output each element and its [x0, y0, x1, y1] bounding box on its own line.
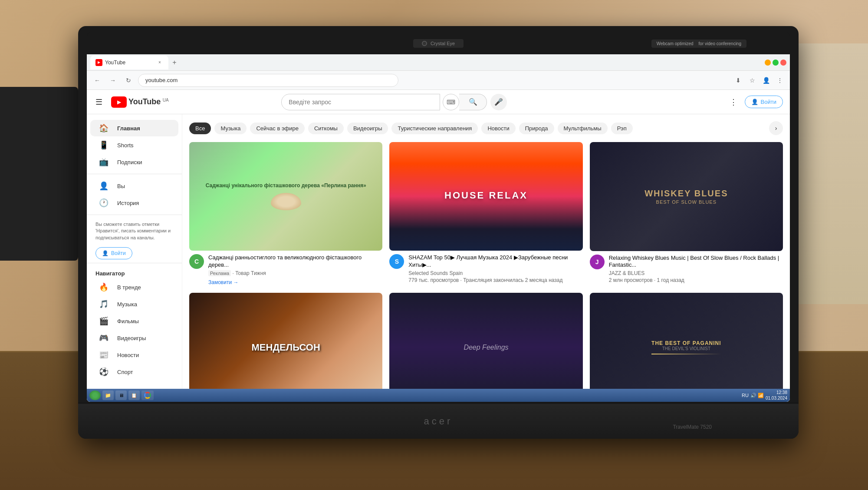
- you-icon: 👤: [99, 181, 108, 191]
- channel-avatar-2: S: [389, 254, 404, 269]
- close-window-button[interactable]: [780, 60, 786, 66]
- video-action-1[interactable]: Замовити →: [208, 278, 382, 286]
- video-card-5[interactable]: Deep Feelings D Deep Feelings Mix [2023]…: [389, 293, 582, 402]
- webcam-optimized-text: Webcam optimized: [657, 41, 694, 46]
- search-input[interactable]: [281, 94, 440, 110]
- webcam-optimized: Webcam optimized for video conferencing: [651, 40, 746, 48]
- sidebar-item-news[interactable]: 📰 Новости: [90, 347, 178, 363]
- video-grid: Саджанці унікального фісташкового дерева…: [189, 142, 783, 402]
- video-card-6[interactable]: The Best of PAGANINI THE DEVIL'S VIOLINI…: [590, 293, 783, 402]
- filter-chip-sitcoms[interactable]: Ситкомы: [308, 122, 344, 134]
- filter-next-button[interactable]: ›: [769, 121, 783, 135]
- webcam-bar: Crystal Eye Webcam optimized for video c…: [87, 33, 790, 54]
- filter-chip-news[interactable]: Новости: [481, 122, 515, 134]
- sign-in-button[interactable]: 👤 Войти: [745, 96, 783, 108]
- sidebar-news-label: Новости: [117, 352, 139, 358]
- search-button[interactable]: 🔍: [459, 94, 487, 110]
- sidebar-item-you[interactable]: 👤 Вы: [90, 178, 178, 194]
- zamovity-link[interactable]: Замовити →: [208, 279, 238, 285]
- taskbar-apps[interactable]: 📋: [128, 391, 140, 400]
- sidebar-item-history[interactable]: 🕐 История: [90, 195, 178, 211]
- windows-taskbar: 📁 🖥 📋 RU 🔊 📶 12:38 01.03.2024: [87, 389, 790, 402]
- paganini-content: The Best of PAGANINI THE DEVIL'S VIOLINI…: [651, 340, 721, 354]
- sidebar-item-gaming[interactable]: 🎮 Видеоигры: [90, 330, 178, 346]
- taskbar-file-manager[interactable]: 📁: [102, 391, 114, 400]
- active-tab[interactable]: YouTube ×: [90, 56, 168, 70]
- filter-chip-all[interactable]: Все: [189, 122, 211, 134]
- menu-button[interactable]: ⋮: [774, 75, 786, 86]
- sidebar-music-label: Музыка: [117, 301, 137, 308]
- filter-chips: Все Музыка Сейчас в эфире Ситкомы Видеои…: [189, 121, 783, 135]
- sidebar: 🏠 Главная 📱 Shorts 📺 Подписки 👤 Вы: [87, 114, 182, 402]
- deep-content: Deep Feelings: [464, 344, 508, 351]
- new-tab-button[interactable]: +: [168, 56, 181, 69]
- taskbar-explorer[interactable]: 🖥: [115, 391, 127, 400]
- house-relax-text: HOUSE RELAX: [444, 190, 528, 201]
- video-card-4[interactable]: МЕНДЕЛЬСОН М Мендельсон: ВСЕ СЕРИИ ПОДРЯ…: [189, 293, 382, 402]
- maximize-button[interactable]: [773, 60, 779, 66]
- sidebar-item-trending[interactable]: 🔥 В тренде: [90, 279, 178, 295]
- filter-chip-live[interactable]: Сейчас в эфире: [250, 122, 305, 134]
- whiskey-sub: BEST OF SLOW BLUES: [644, 199, 728, 205]
- filter-chip-travel[interactable]: Туристические направления: [391, 122, 478, 134]
- left-side-object: [0, 87, 78, 261]
- video-card-2[interactable]: HOUSE RELAX S SHAZAM Top 50▶ Лучшая Музы…: [389, 142, 582, 286]
- more-options-button[interactable]: ⋮: [726, 94, 741, 110]
- profile-button[interactable]: 👤: [760, 75, 772, 86]
- filter-chip-games[interactable]: Видеоигры: [347, 122, 388, 134]
- yt-menu-button[interactable]: ☰: [94, 96, 104, 109]
- webcam-label: Crystal Eye: [431, 41, 455, 46]
- mendel-text: МЕНДЕЛЬСОН: [252, 342, 320, 353]
- main-content: Все Музыка Сейчас в эфире Ситкомы Видеои…: [182, 114, 790, 402]
- filter-chip-nature[interactable]: Природа: [519, 122, 554, 134]
- video-card-1[interactable]: Саджанці унікального фісташкового дерева…: [189, 142, 382, 286]
- webcam-module: Crystal Eye: [413, 39, 464, 48]
- browser-window: YouTube × + ← → ↻: [87, 54, 790, 402]
- home-icon: 🏠: [99, 123, 108, 133]
- sidebar-shorts-label: Shorts: [117, 142, 134, 149]
- minimize-button[interactable]: [765, 60, 771, 66]
- sidebar-item-music[interactable]: 🎵 Музыка: [90, 296, 178, 312]
- seed-visual: [271, 193, 301, 210]
- sidebar-divider-1: [87, 174, 182, 174]
- ad-badge-1: Реклама: [208, 270, 231, 276]
- youtube-header: ☰ ▶ YouTube UA ⌨ 🔍 🎤 ⋮: [87, 90, 790, 114]
- filter-chip-cartoons[interactable]: Мультфильмы: [558, 122, 608, 134]
- sidebar-sign-in-button[interactable]: 👤 Войти: [95, 247, 132, 259]
- video-info-3: J Relaxing Whiskey Blues Music | Best Of…: [590, 255, 783, 284]
- sidebar-sign-in-note: Вы сможете ставить отметки 'Нравится', п…: [87, 219, 182, 244]
- video-stats-3: 2 млн просмотров · 1 год назад: [609, 277, 783, 283]
- video-thumbnail-6: The Best of PAGANINI THE DEVIL'S VIOLINI…: [590, 293, 783, 402]
- taskbar-system-tray: RU 🔊 📶 12:38 01.03.2024: [742, 390, 787, 401]
- bookmark-button[interactable]: ☆: [746, 75, 758, 86]
- extensions-button[interactable]: ⬇: [733, 75, 744, 86]
- start-button[interactable]: [89, 391, 101, 400]
- back-button[interactable]: ←: [91, 74, 103, 86]
- tab-close-button[interactable]: ×: [156, 59, 163, 66]
- sidebar-item-sports[interactable]: ⚽ Спорт: [90, 364, 178, 380]
- sidebar-item-subscriptions[interactable]: 📺 Подписки: [90, 154, 178, 170]
- sidebar-item-shorts[interactable]: 📱 Shorts: [90, 137, 178, 153]
- channel-avatar-1: С: [189, 254, 204, 269]
- voice-search-button[interactable]: 🎤: [490, 94, 507, 110]
- forward-button[interactable]: →: [107, 74, 119, 86]
- filter-chip-rap[interactable]: Рэп: [611, 122, 633, 134]
- sidebar-item-movies[interactable]: 🎬 Фильмы: [90, 313, 178, 329]
- video-thumbnail-1: Саджанці унікального фісташкового дерева…: [189, 142, 382, 251]
- video-info-2: S SHAZAM Top 50▶ Лучшая Музыка 2024 ▶Зар…: [389, 254, 582, 283]
- screen-bezel: Crystal Eye Webcam optimized for video c…: [87, 33, 790, 402]
- sidebar-item-home[interactable]: 🏠 Главная: [90, 120, 178, 136]
- taskbar-chrome[interactable]: [141, 391, 154, 400]
- channel-avatar-3: J: [590, 255, 605, 269]
- address-input[interactable]: [138, 74, 398, 87]
- youtube-logo[interactable]: ▶ YouTube UA: [111, 96, 169, 108]
- search-bar: ⌨ 🔍 🎤: [281, 94, 507, 110]
- chrome-icon: [144, 392, 151, 399]
- keyboard-search-button[interactable]: ⌨: [443, 94, 459, 110]
- laptop-brand: acer: [424, 416, 453, 427]
- taskbar-lang: RU: [742, 393, 749, 398]
- refresh-button[interactable]: ↻: [122, 74, 135, 86]
- video-card-3[interactable]: WHISKEY BLUES BEST OF SLOW BLUES J Relax…: [590, 142, 783, 286]
- filter-chip-music[interactable]: Музыка: [214, 122, 247, 134]
- deep-text: Deep Feelings: [464, 344, 508, 351]
